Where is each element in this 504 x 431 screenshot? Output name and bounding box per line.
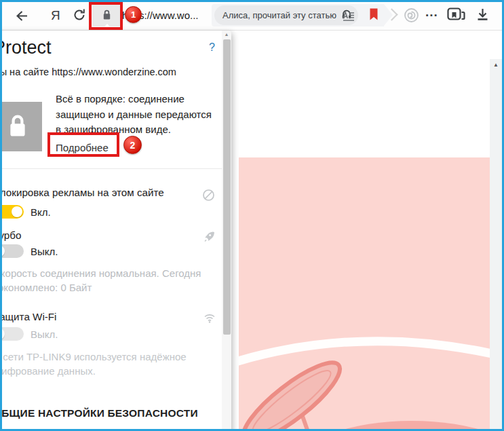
browser-toolbar: Я Алиса, прочитай эту статью bbox=[2, 2, 502, 31]
step-1-number: 1 bbox=[131, 10, 136, 20]
panel-scrollbar[interactable]: ▲ bbox=[222, 31, 231, 431]
adblock-toggle[interactable] bbox=[0, 205, 24, 219]
reader-mode-icon bbox=[342, 10, 355, 22]
step-2-number: 2 bbox=[130, 140, 136, 151]
browser-window: Я Алиса, прочитай эту статью bbox=[0, 0, 504, 431]
wifi-toggle-knob bbox=[0, 329, 5, 339]
wifi-protection-label: Защита Wi-Fi bbox=[0, 311, 56, 322]
panel-title: Protect bbox=[0, 37, 52, 58]
security-settings-link[interactable]: ОБЩИЕ НАСТРОЙКИ БЕЗОПАСНОСТИ bbox=[0, 407, 198, 419]
reader-mode-button[interactable] bbox=[342, 10, 355, 22]
turbo-note: Скорость соединения нормальная. Сегодня … bbox=[0, 266, 206, 295]
protect-extension-button[interactable] bbox=[404, 7, 419, 23]
site-identity-line: Вы на сайте https://www.wonderzine.com bbox=[0, 67, 176, 77]
panel-scroll-thumb[interactable] bbox=[223, 39, 231, 335]
wifi-note: В сети TP-LINK9 используется надёжное ши… bbox=[0, 350, 206, 378]
bookmark-flag-icon bbox=[369, 8, 379, 21]
satellite-dish-shape bbox=[239, 352, 349, 431]
refresh-button[interactable] bbox=[73, 8, 86, 22]
page-hero-image bbox=[239, 157, 490, 431]
refresh-icon bbox=[73, 8, 86, 22]
blocked-ads-icon bbox=[202, 189, 215, 204]
wifi-icon bbox=[203, 313, 216, 326]
connection-status-text: Всё в порядке: соединение защищено и дан… bbox=[56, 92, 218, 138]
adblock-toggle-knob bbox=[12, 206, 22, 217]
wifi-toggle[interactable] bbox=[0, 327, 24, 341]
help-link[interactable]: ? bbox=[209, 41, 215, 54]
spiral-circle-icon bbox=[404, 7, 419, 23]
lock-icon-large bbox=[6, 113, 29, 141]
turbo-label: Турбо bbox=[0, 229, 21, 241]
bookmark-flag-button[interactable] bbox=[369, 8, 379, 21]
more-dots-label: ... bbox=[425, 5, 438, 19]
back-button[interactable] bbox=[15, 9, 29, 23]
downloads-button[interactable] bbox=[476, 7, 490, 22]
pink-illustration bbox=[239, 157, 490, 431]
wifi-state: Выкл. bbox=[31, 329, 58, 340]
panel-divider bbox=[0, 168, 222, 169]
turbo-state: Выкл. bbox=[31, 246, 58, 257]
yandex-logo[interactable]: Я bbox=[51, 8, 60, 23]
more-menu-button[interactable]: ... bbox=[425, 5, 438, 20]
protect-panel: Protect ? Вы на сайте https://www.wonder… bbox=[0, 31, 231, 431]
annotation-step-2: 2 bbox=[123, 136, 142, 154]
panel-scroll-up-icon[interactable]: ▲ bbox=[222, 32, 231, 37]
adblock-state: Вкл. bbox=[31, 206, 51, 218]
annotation-box-details bbox=[47, 132, 119, 157]
annotation-step-1: 1 bbox=[125, 6, 142, 23]
page-vertical-scrollbar[interactable]: ▲ ▼ bbox=[490, 59, 502, 431]
scroll-up-icon[interactable]: ▲ bbox=[490, 62, 502, 68]
back-arrow-icon bbox=[15, 9, 29, 23]
rocket-icon bbox=[202, 231, 215, 246]
yandex-logo-letter: Я bbox=[51, 8, 60, 23]
alice-suggestion-text: Алиса, прочитай эту статью bbox=[222, 10, 336, 20]
tabs-flag-icon bbox=[447, 7, 465, 23]
secure-connection-badge bbox=[0, 102, 42, 151]
annotation-box-lock bbox=[89, 2, 123, 30]
alice-read-article-button[interactable]: Алиса, прочитай эту статью bbox=[214, 5, 358, 25]
download-icon bbox=[476, 7, 490, 22]
turbo-toggle-knob bbox=[0, 246, 5, 257]
adblock-label: Блокировка рекламы на этом сайте bbox=[0, 187, 164, 198]
tab-panel-button[interactable] bbox=[447, 7, 465, 23]
turbo-toggle[interactable] bbox=[0, 244, 24, 258]
